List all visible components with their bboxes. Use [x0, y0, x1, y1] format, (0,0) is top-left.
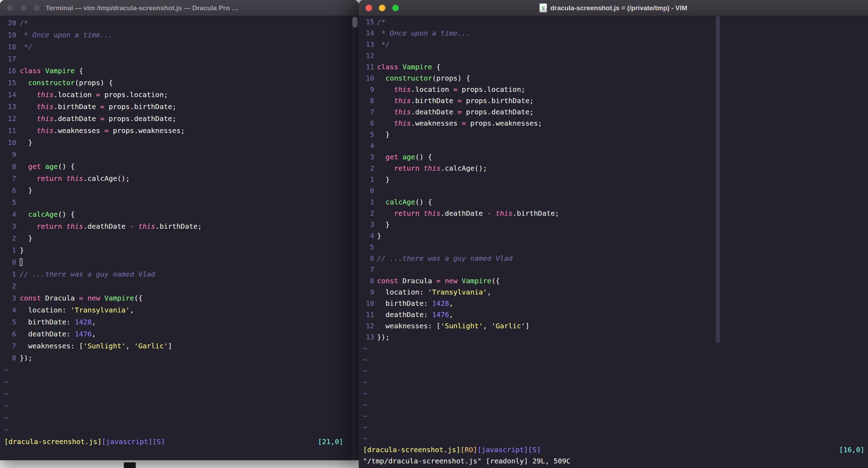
code-line[interactable]: 20/* [0, 17, 359, 29]
status-filename: [dracula-screenshot.js] [4, 437, 102, 446]
code-line[interactable]: 4 calcAge() { [0, 208, 359, 220]
code-line[interactable]: 6 } [0, 184, 359, 196]
code-line[interactable]: 4 [359, 140, 868, 151]
code-line[interactable]: 12 this.deathDate = props.deathDate; [0, 113, 359, 125]
code-line[interactable]: 8const Dracula = new Vampire({ [359, 275, 868, 286]
code-line[interactable]: 2 return this.deathDate - this.birthDate… [359, 208, 868, 219]
zoom-button[interactable] [392, 5, 399, 11]
line-number: 10 [0, 137, 16, 148]
minimize-button[interactable] [20, 5, 27, 11]
code-line[interactable]: 11 this.weaknesses = props.weaknesses; [0, 125, 359, 137]
tilde-line: ~ [359, 343, 868, 354]
code-line[interactable]: 5 [359, 241, 868, 253]
tilde-line: ~ [359, 433, 868, 444]
code-line[interactable]: 6// ...there was a guy named Vlad [359, 253, 868, 264]
code-line[interactable]: 3 } [359, 219, 868, 230]
line-number: 2 [0, 280, 16, 292]
line-number: 4 [0, 304, 16, 316]
line-number: 7 [359, 106, 374, 118]
code-line[interactable]: 11class Vampire { [359, 61, 868, 72]
tilde-line: ~ [359, 410, 868, 422]
line-number: 3 [0, 220, 16, 232]
minimize-button[interactable] [379, 5, 385, 11]
line-number: 17 [0, 53, 16, 65]
close-button[interactable] [7, 5, 13, 11]
code-line[interactable]: 1 } [359, 174, 868, 185]
code-line[interactable]: 1// ...there was a guy named Vlad [0, 268, 359, 280]
line-number: 2 [0, 232, 16, 244]
line-number: 0 [359, 185, 374, 196]
code-line[interactable]: 4 location: 'Transylvania', [0, 304, 359, 316]
code-line[interactable]: 7 this.deathDate = props.deathDate; [359, 106, 868, 118]
code-line[interactable]: 8}); [0, 352, 359, 364]
code-line[interactable]: 10 } [0, 137, 359, 148]
code-line[interactable]: 14 this.location = props.location; [0, 89, 359, 101]
line-number: 11 [359, 309, 374, 320]
zoom-button[interactable] [33, 5, 40, 11]
line-number: 9 [359, 84, 374, 95]
code-line[interactable]: 3 get age() { [359, 151, 868, 163]
line-number: 7 [0, 172, 16, 184]
code-line[interactable]: 12 [359, 50, 868, 61]
code-line[interactable]: 14 * Once upon a time... [359, 27, 868, 39]
macvim-titlebar[interactable]: V dracula-screenshot.js = (/private/tmp)… [359, 0, 868, 16]
code-line[interactable]: 2 } [0, 232, 359, 244]
code-line[interactable]: 9 location: 'Transylvania', [359, 286, 868, 298]
code-line[interactable]: 10 birthDate: 1428, [359, 298, 868, 309]
code-line[interactable]: 18 */ [0, 41, 359, 53]
code-line[interactable]: 5 } [359, 129, 868, 140]
code-line[interactable]: 19 * Once upon a time... [0, 29, 359, 41]
code-line[interactable]: 5 [0, 196, 359, 208]
tilde-line: ~ [0, 400, 359, 412]
line-number: 11 [359, 61, 374, 72]
line-number: 2 [359, 208, 374, 219]
code-line[interactable]: 1 calcAge() { [359, 196, 868, 208]
code-line[interactable]: 7 return this.calcAge(); [0, 172, 359, 184]
scrollbar-thumb[interactable] [352, 17, 358, 27]
close-button[interactable] [365, 5, 372, 11]
terminal-titlebar[interactable]: Terminal — vim /tmp/dracula-screenshot.j… [0, 0, 359, 16]
line-number: 1 [359, 196, 374, 208]
code-line[interactable]: 8 this.birthDate = props.birthDate; [359, 95, 868, 106]
tilde-line: ~ [359, 377, 868, 388]
code-line[interactable]: 6 this.weaknesses = props.weaknesses; [359, 118, 868, 129]
code-line[interactable]: 2 [0, 280, 359, 292]
status-filename: [dracula-screenshot.js] [363, 445, 460, 454]
line-number: 11 [0, 125, 16, 137]
code-line[interactable]: 15/* [359, 16, 868, 27]
code-line[interactable]: 9 this.location = props.location; [359, 84, 868, 95]
editor-area[interactable]: 20/*19 * Once upon a time...18 */1716cla… [0, 16, 359, 460]
code-line[interactable]: 16class Vampire { [0, 65, 359, 77]
code-line[interactable]: 0 [0, 256, 359, 268]
code-line[interactable]: 0 [359, 185, 868, 196]
desktop-background [0, 460, 359, 468]
code-line[interactable]: 3const Dracula = new Vampire({ [0, 292, 359, 304]
code-line[interactable]: 2 return this.calcAge(); [359, 163, 868, 174]
code-line[interactable]: 3 return this.deathDate - this.birthDate… [0, 220, 359, 232]
code-line[interactable]: 13}); [359, 331, 868, 343]
code-line[interactable]: 15 constructor(props) { [0, 77, 359, 89]
code-line[interactable]: 11 deathDate: 1476, [359, 309, 868, 320]
line-number: 16 [0, 65, 16, 77]
code-line[interactable]: 17 [0, 53, 359, 65]
line-number: 12 [359, 320, 374, 331]
code-line[interactable]: 12 weaknesses: ['Sunlight', 'Garlic'] [359, 320, 868, 331]
code-line[interactable]: 4} [359, 230, 868, 241]
code-line[interactable]: 8 get age() { [0, 160, 359, 172]
scrollbar[interactable] [351, 16, 359, 460]
editor-area[interactable]: 15/*14 * Once upon a time...13 */1211cla… [359, 16, 868, 468]
code-line[interactable]: 6 deathDate: 1476, [0, 328, 359, 340]
buffer-rows: 20/*19 * Once upon a time...18 */1716cla… [0, 17, 359, 436]
code-line[interactable]: 13 this.birthDate = props.birthDate; [0, 101, 359, 113]
code-line[interactable]: 7 [359, 264, 868, 275]
code-line[interactable]: 9 [0, 148, 359, 160]
code-line[interactable]: 1} [0, 244, 359, 256]
code-line[interactable]: 7 weaknesses: ['Sunlight', 'Garlic'] [0, 340, 359, 352]
code-line[interactable]: 5 birthDate: 1428, [0, 316, 359, 328]
line-number: 12 [359, 50, 374, 61]
code-line[interactable]: 13 */ [359, 39, 868, 50]
vim-statusline: [dracula-screenshot.js][javascript][S] [… [0, 436, 359, 448]
status-position: [21,0] [318, 436, 343, 448]
code-line[interactable]: 10 constructor(props) { [359, 72, 868, 84]
line-number: 5 [0, 316, 16, 328]
